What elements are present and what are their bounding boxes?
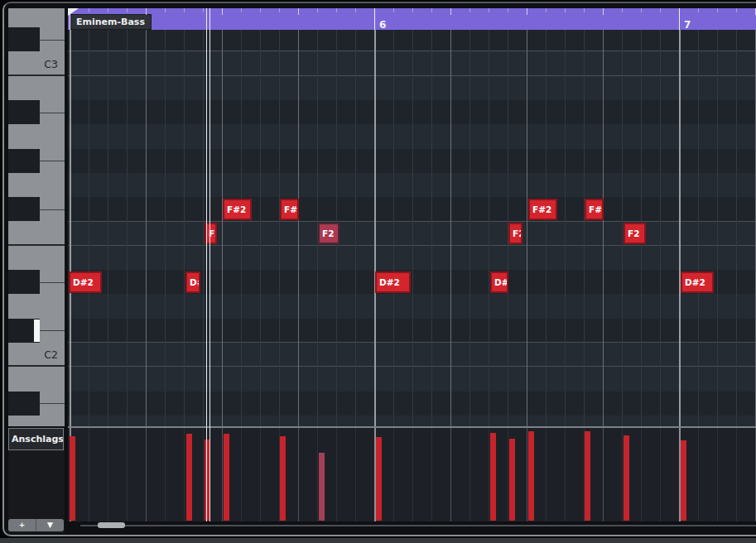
six-gridline — [660, 428, 661, 521]
six-gridline — [489, 428, 489, 521]
beat-gridline — [527, 428, 527, 521]
playhead-line[interactable] — [209, 8, 210, 521]
velocity-bar[interactable] — [528, 431, 534, 521]
six-gridline — [698, 428, 699, 521]
six-gridline — [717, 428, 718, 521]
controller-lane-label[interactable]: Anschlagstär — [8, 428, 64, 450]
note-grid[interactable]: D#2D#2F2F#2F#2F2D#2D#2F2F#2F#2F2D#2 — [68, 30, 756, 426]
ruler-sixteenth-tick — [355, 8, 356, 12]
key-separator-line — [40, 161, 65, 161]
six-gridline — [736, 428, 737, 521]
six-gridline — [89, 428, 89, 521]
six-gridline — [393, 30, 394, 426]
ruler-sixteenth-tick — [469, 8, 470, 12]
ruler-bar-line — [374, 8, 375, 30]
midi-note-D#2[interactable]: D#2 — [185, 272, 200, 293]
six-gridline — [660, 30, 661, 426]
black-key-G#2[interactable] — [8, 149, 40, 173]
ruler-sixteenth-tick — [165, 8, 166, 12]
lane-dropdown-button[interactable]: ▼ — [36, 519, 64, 531]
six-gridline — [469, 428, 470, 521]
six-gridline — [89, 30, 89, 426]
midi-note-F#2[interactable]: F#2 — [223, 199, 252, 220]
velocity-bar[interactable] — [186, 434, 192, 521]
midi-note-F#2[interactable]: F#2 — [280, 199, 299, 220]
velocity-bar[interactable] — [319, 453, 325, 521]
six-gridline — [184, 428, 185, 521]
add-lane-button[interactable]: + — [8, 519, 36, 531]
six-gridline — [241, 428, 242, 521]
six-gridline — [184, 30, 185, 426]
six-gridline — [431, 428, 432, 521]
velocity-bar[interactable] — [280, 436, 286, 521]
ruler-sixteenth-tick — [393, 8, 394, 12]
midi-note-F#2[interactable]: F#2 — [528, 199, 557, 220]
key-separator-line — [40, 40, 65, 41]
six-gridline — [698, 30, 699, 426]
beat-gridline — [450, 428, 451, 521]
velocity-bar[interactable] — [224, 434, 229, 521]
horizontal-scrollbar-thumb[interactable] — [98, 522, 125, 528]
velocity-bar[interactable] — [681, 440, 686, 521]
velocity-bar[interactable] — [376, 437, 382, 521]
black-key-C#3[interactable] — [8, 27, 40, 51]
six-gridline — [412, 428, 413, 521]
piano-keyboard[interactable]: C3C2 — [8, 8, 65, 426]
velocity-bar[interactable] — [70, 436, 75, 521]
six-gridline — [127, 30, 128, 426]
ruler-sixteenth-tick — [127, 8, 128, 12]
ruler-sixteenth-tick — [489, 8, 489, 12]
six-gridline — [431, 30, 432, 426]
beat-gridline — [603, 30, 604, 426]
key-separator-line — [40, 282, 65, 283]
key-separator-line — [40, 113, 65, 113]
ruler-beat-tick — [222, 8, 223, 15]
six-gridline — [393, 428, 394, 521]
played-key-indicator — [34, 320, 40, 342]
piano-roll-editor-window: C3C2 Eminem-Bass 67 D#2D#2F2F#2F#2F2D#2D… — [0, 0, 756, 543]
ruler-sixteenth-tick — [89, 8, 89, 12]
six-gridline — [260, 428, 261, 521]
midi-note-D#2[interactable]: D#2 — [681, 272, 714, 293]
midi-note-F2[interactable]: F2 — [318, 223, 339, 244]
ruler-sixteenth-tick — [317, 8, 318, 12]
black-key-A#2[interactable] — [8, 100, 40, 124]
midi-note-F#2[interactable]: F#2 — [585, 199, 604, 220]
velocity-bar[interactable] — [490, 433, 496, 521]
ruler-sixteenth-tick — [336, 8, 337, 12]
six-gridline — [736, 30, 737, 426]
velocity-lane[interactable] — [68, 428, 756, 521]
black-key-D#2[interactable] — [8, 270, 40, 294]
velocity-bar[interactable] — [585, 431, 590, 521]
ruler-bar-line — [679, 8, 680, 30]
six-gridline — [355, 428, 356, 521]
ruler-sixteenth-tick — [412, 8, 413, 12]
six-gridline — [165, 30, 166, 426]
ruler-sixteenth-tick — [622, 8, 623, 12]
playhead-line[interactable] — [206, 8, 207, 521]
midi-note-D#2[interactable]: D#2 — [375, 272, 411, 293]
horizontal-scrollbar-track[interactable] — [80, 525, 756, 526]
velocity-bar[interactable] — [624, 435, 629, 521]
ruler-bar-number: 6 — [379, 19, 386, 30]
key-label-C2: C2 — [25, 348, 58, 361]
ruler-sixteenth-tick — [260, 8, 261, 12]
midi-note-D#2[interactable]: D#2 — [69, 272, 102, 293]
timeline-ruler[interactable]: Eminem-Bass 67 — [68, 8, 756, 30]
ruler-sixteenth-tick — [431, 8, 432, 12]
velocity-bar[interactable] — [509, 439, 515, 521]
black-key-F#2[interactable] — [8, 197, 40, 221]
key-label-C3: C3 — [25, 58, 58, 70]
ruler-sixteenth-tick — [641, 8, 642, 12]
ruler-sixteenth-tick — [736, 8, 737, 12]
midi-note-D#2[interactable]: D#2 — [490, 272, 508, 293]
six-gridline — [108, 30, 108, 426]
black-key-A#1[interactable] — [8, 392, 40, 416]
ruler-sixteenth-tick — [508, 8, 508, 12]
bar-gridline — [679, 30, 681, 426]
midi-note-F2[interactable]: F2 — [508, 223, 522, 244]
midi-note-F2[interactable]: F2 — [624, 223, 646, 244]
controller-lane-buttons: + ▼ — [8, 519, 64, 531]
six-gridline — [546, 428, 547, 521]
six-gridline — [546, 30, 547, 426]
